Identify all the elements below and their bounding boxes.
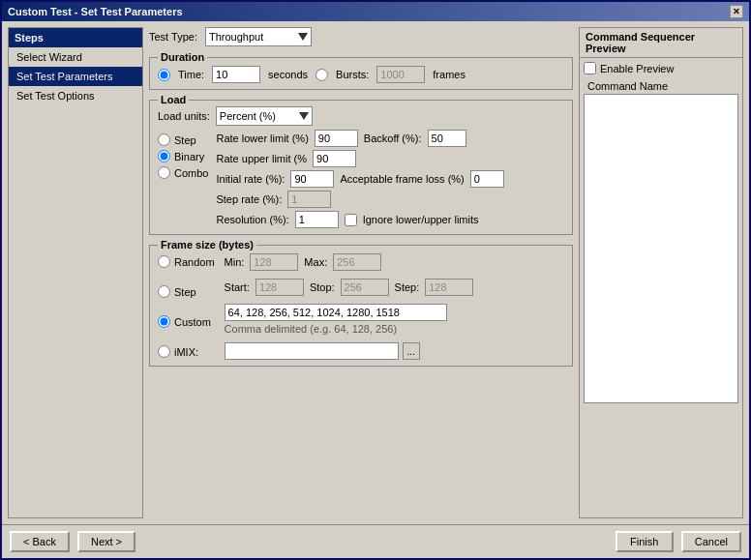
imix-radio[interactable] — [158, 345, 170, 358]
initial-rate-input[interactable] — [290, 170, 334, 188]
initial-rate-label: Initial rate (%): — [216, 173, 285, 185]
comma-hint: Comma delimited (e.g. 64, 128, 256) — [225, 323, 564, 335]
step-radio[interactable] — [158, 133, 170, 146]
step-rate-input[interactable] — [287, 191, 331, 208]
command-name-label: Command Name — [584, 78, 672, 94]
bursts-input[interactable] — [376, 66, 425, 83]
close-button[interactable]: ✕ — [730, 5, 743, 18]
rate-lower-row: Rate lower limit (%) Backoff (%): — [216, 130, 564, 147]
window-title: Custom Test - Set Test Parameters — [8, 6, 183, 17]
combo-radio[interactable] — [158, 166, 170, 179]
combo-radio-row: Combo — [158, 166, 208, 179]
command-list-area — [584, 94, 738, 403]
command-sequencer-title: Command Sequencer Preview — [580, 28, 742, 58]
footer: < Back Next > Finish Cancel — [2, 524, 749, 558]
stop-input[interactable] — [341, 279, 389, 296]
load-params-area: Step Binary Combo — [158, 130, 564, 228]
step-rate-row: Step rate (%): — [216, 191, 564, 208]
backoff-label: Backoff (%): — [364, 133, 422, 144]
resolution-row: Resolution (%): Ignore lower/upper limit… — [216, 211, 564, 228]
frames-label: frames — [433, 69, 466, 80]
frame-fields-col: Min: Max: Start: Stop: Step: — [225, 253, 564, 360]
finish-button[interactable]: Finish — [616, 531, 674, 552]
resolution-label: Resolution (%): — [216, 214, 288, 225]
sidebar-item-select-wizard[interactable]: Select Wizard — [9, 47, 142, 67]
sidebar-item-set-test-options[interactable]: Set Test Options — [9, 86, 142, 105]
max-input[interactable] — [333, 253, 381, 271]
ignore-limits-label: Ignore lower/upper limits — [363, 214, 479, 225]
rate-upper-row: Rate upper limit (% — [216, 150, 564, 167]
binary-radio[interactable] — [158, 150, 170, 162]
step-val-input[interactable] — [425, 279, 473, 296]
start-label: Start: — [225, 281, 250, 293]
acceptable-loss-label: Acceptable frame loss (%) — [340, 173, 464, 185]
step-label: Step — [174, 134, 196, 146]
max-label: Max: — [304, 256, 327, 268]
random-label: Random — [174, 256, 215, 268]
custom-radio[interactable] — [158, 315, 170, 328]
custom-input[interactable] — [225, 304, 447, 321]
load-fields: Rate lower limit (%) Backoff (%): Rate u… — [216, 130, 564, 228]
imix-fields-row: ... — [225, 342, 564, 360]
bursts-label: Bursts: — [336, 69, 369, 80]
rate-lower-label: Rate lower limit (%) — [216, 133, 308, 144]
imix-browse-button[interactable]: ... — [403, 342, 420, 360]
duration-group: Duration Time: seconds Bursts: frames — [149, 57, 573, 90]
enable-preview-row: Enable Preview — [584, 62, 738, 74]
load-radio-group: Step Binary Combo — [158, 133, 208, 228]
cancel-button[interactable]: Cancel — [681, 531, 741, 552]
min-input[interactable] — [250, 253, 298, 271]
time-label: Time: — [178, 69, 204, 80]
backoff-input[interactable] — [428, 130, 466, 147]
next-button[interactable]: Next > — [77, 531, 135, 552]
rate-lower-input[interactable] — [315, 130, 358, 147]
custom-label: Custom — [174, 316, 211, 328]
step-rate-label: Step rate (%): — [216, 193, 282, 205]
stop-label: Stop: — [310, 281, 335, 293]
frame-step-radio-row: Step — [158, 285, 215, 298]
load-group: Load Load units: Percent (%) Mbps pps St… — [149, 100, 573, 235]
random-radio[interactable] — [158, 255, 170, 268]
frame-step-radio[interactable] — [158, 285, 170, 298]
test-type-label: Test Type: — [149, 31, 197, 43]
test-type-dropdown[interactable]: Throughput Latency Frame Loss — [205, 27, 312, 46]
main-window: Custom Test - Set Test Parameters ✕ Step… — [0, 0, 751, 560]
initial-rate-row: Initial rate (%): Acceptable frame loss … — [216, 170, 564, 188]
load-units-row: Load units: Percent (%) Mbps pps — [158, 106, 564, 126]
imix-input[interactable] — [225, 342, 399, 360]
step-val-label: Step: — [395, 281, 420, 293]
resolution-input[interactable] — [295, 211, 339, 228]
enable-preview-label: Enable Preview — [600, 63, 674, 74]
start-input[interactable] — [255, 279, 304, 296]
footer-left: < Back Next > — [10, 531, 135, 552]
bursts-radio[interactable] — [315, 69, 328, 81]
random-radio-row: Random — [158, 255, 215, 268]
step-fields-row: Start: Stop: Step: — [225, 279, 564, 296]
step-radio-row: Step — [158, 133, 208, 146]
load-units-label: Load units: — [158, 110, 210, 122]
rate-upper-label: Rate upper limit (% — [216, 153, 307, 164]
imix-radio-row: iMIX: — [158, 345, 215, 358]
load-group-title: Load — [158, 94, 189, 105]
enable-preview-checkbox[interactable] — [584, 62, 596, 74]
acceptable-loss-input[interactable] — [470, 170, 504, 188]
frame-size-content: Random Step Custom iMIX: — [158, 253, 564, 360]
duration-group-title: Duration — [158, 51, 207, 63]
seconds-label: seconds — [268, 69, 308, 80]
footer-right: Finish Cancel — [616, 531, 741, 552]
duration-row: Time: seconds Bursts: frames — [158, 66, 564, 83]
center-panel: Test Type: Throughput Latency Frame Loss… — [149, 27, 573, 518]
frame-step-label: Step — [174, 286, 196, 298]
frame-size-group: Frame size (bytes) Random Step — [149, 245, 573, 367]
time-radio[interactable] — [158, 69, 170, 81]
load-units-dropdown[interactable]: Percent (%) Mbps pps — [216, 106, 313, 126]
right-panel: Command Sequencer Preview Enable Preview… — [579, 27, 743, 518]
back-button[interactable]: < Back — [10, 531, 70, 552]
titlebar: Custom Test - Set Test Parameters ✕ — [2, 2, 749, 21]
sidebar-item-set-test-parameters[interactable]: Set Test Parameters — [9, 67, 142, 86]
min-label: Min: — [225, 256, 245, 268]
time-input[interactable] — [212, 66, 260, 83]
rate-upper-input[interactable] — [313, 150, 356, 167]
ignore-limits-checkbox[interactable] — [345, 214, 357, 226]
right-panel-inner: Enable Preview Command Name — [580, 58, 742, 407]
